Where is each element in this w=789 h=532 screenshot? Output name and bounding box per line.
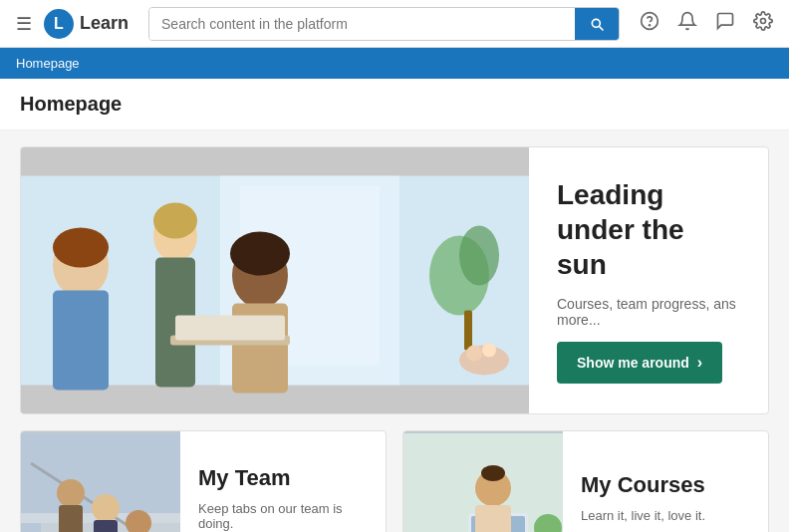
my-courses-card: My Courses Learn it, live it, love it. L… (402, 430, 769, 532)
svg-point-2 (761, 19, 766, 24)
logo-circle: L (44, 9, 74, 39)
help-icon[interactable] (640, 11, 659, 36)
header-icons (640, 11, 773, 36)
breadcrumb: Homepage (0, 48, 789, 79)
courses-card-title: My Courses (581, 472, 750, 498)
hero-image (21, 147, 529, 413)
my-team-card: My Team Keep tabs on our team is doing. … (20, 430, 387, 532)
bell-icon[interactable] (677, 11, 697, 36)
hero-card: Leading under the sun Courses, team prog… (20, 146, 769, 414)
svg-point-7 (459, 226, 499, 286)
logo-letter: L (54, 15, 64, 33)
page-title-bar: Homepage (0, 79, 789, 131)
team-card-text: My Team Keep tabs on our team is doing. … (180, 431, 386, 532)
main-content: Leading under the sun Courses, team prog… (0, 131, 789, 532)
courses-image (403, 431, 563, 532)
logo[interactable]: L Learn (44, 9, 129, 39)
bottom-cards: My Team Keep tabs on our team is doing. … (20, 430, 769, 532)
breadcrumb-label[interactable]: Homepage (16, 56, 80, 71)
svg-point-20 (153, 203, 197, 239)
team-illustration (21, 431, 180, 532)
search-bar (148, 7, 620, 41)
hamburger-icon[interactable]: ☰ (16, 13, 32, 35)
svg-point-22 (53, 228, 109, 268)
hero-cta-arrow: › (697, 354, 702, 372)
hero-illustration (21, 147, 529, 413)
header: ☰ L Learn (0, 0, 789, 48)
team-card-title: My Team (198, 465, 368, 491)
svg-rect-45 (475, 505, 511, 532)
svg-point-11 (482, 344, 496, 358)
svg-point-31 (92, 494, 120, 522)
svg-rect-8 (464, 311, 472, 351)
svg-point-29 (57, 479, 85, 507)
svg-rect-30 (59, 505, 83, 532)
app-name: Learn (80, 13, 129, 34)
team-image (21, 431, 180, 532)
courses-illustration (403, 431, 563, 532)
hero-cta-label: Show me around (577, 355, 689, 371)
search-icon (589, 16, 605, 32)
svg-rect-13 (53, 291, 109, 391)
team-card-subtitle: Keep tabs on our team is doing. (198, 501, 368, 531)
svg-rect-19 (175, 316, 285, 341)
search-input[interactable] (149, 8, 575, 40)
hero-text: Leading under the sun Courses, team prog… (529, 147, 768, 413)
page-title: Homepage (20, 93, 769, 116)
svg-rect-44 (491, 467, 495, 479)
courses-card-text: My Courses Learn it, live it, love it. L… (563, 431, 768, 532)
svg-point-21 (230, 232, 290, 276)
hero-subtitle: Courses, team progress, ans more... (557, 296, 740, 328)
courses-card-subtitle: Learn it, live it, love it. (581, 508, 750, 523)
svg-rect-32 (94, 520, 118, 532)
hero-title: Leading under the sun (557, 177, 740, 282)
svg-point-10 (466, 346, 482, 362)
search-button[interactable] (575, 8, 619, 40)
show-me-around-button[interactable]: Show me around › (557, 342, 722, 384)
settings-icon[interactable] (753, 11, 773, 36)
chat-icon[interactable] (715, 11, 735, 36)
